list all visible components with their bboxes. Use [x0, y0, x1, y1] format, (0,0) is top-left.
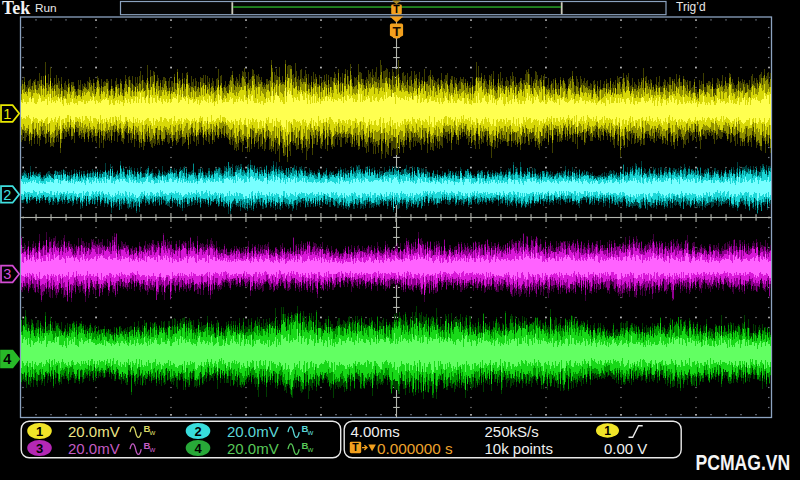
svg-text:2: 2	[194, 424, 201, 439]
svg-text:20.0mV: 20.0mV	[227, 423, 279, 440]
svg-text:20.0mV: 20.0mV	[68, 440, 120, 457]
svg-text:1: 1	[3, 106, 11, 122]
svg-text:3: 3	[36, 441, 43, 456]
svg-text:250kS/s: 250kS/s	[485, 423, 539, 440]
svg-text:Trig’d: Trig’d	[676, 0, 706, 14]
svg-text:w: w	[307, 445, 314, 454]
svg-text:w: w	[307, 428, 314, 437]
svg-text:w: w	[149, 428, 156, 437]
svg-text:T: T	[392, 24, 401, 39]
svg-text:0.000000 s: 0.000000 s	[377, 440, 453, 457]
svg-text:3: 3	[3, 266, 11, 282]
svg-text:20.0mV: 20.0mV	[68, 423, 120, 440]
svg-text:0.00 V: 0.00 V	[604, 440, 647, 457]
svg-text:20.0mV: 20.0mV	[227, 440, 279, 457]
svg-text:4: 4	[3, 351, 11, 367]
svg-text:PCMAG.VN: PCMAG.VN	[696, 450, 791, 474]
svg-text:4: 4	[194, 441, 202, 456]
svg-text:w: w	[149, 445, 156, 454]
svg-text:Tek: Tek	[2, 0, 30, 18]
svg-text:10k points: 10k points	[485, 440, 553, 457]
svg-text:T: T	[393, 3, 400, 15]
svg-text:1: 1	[36, 424, 43, 439]
svg-text:Run: Run	[35, 1, 57, 15]
svg-text:1: 1	[604, 424, 611, 438]
svg-text:2: 2	[3, 187, 11, 203]
svg-text:4.00ms: 4.00ms	[351, 423, 400, 440]
svg-text:T: T	[352, 441, 359, 453]
